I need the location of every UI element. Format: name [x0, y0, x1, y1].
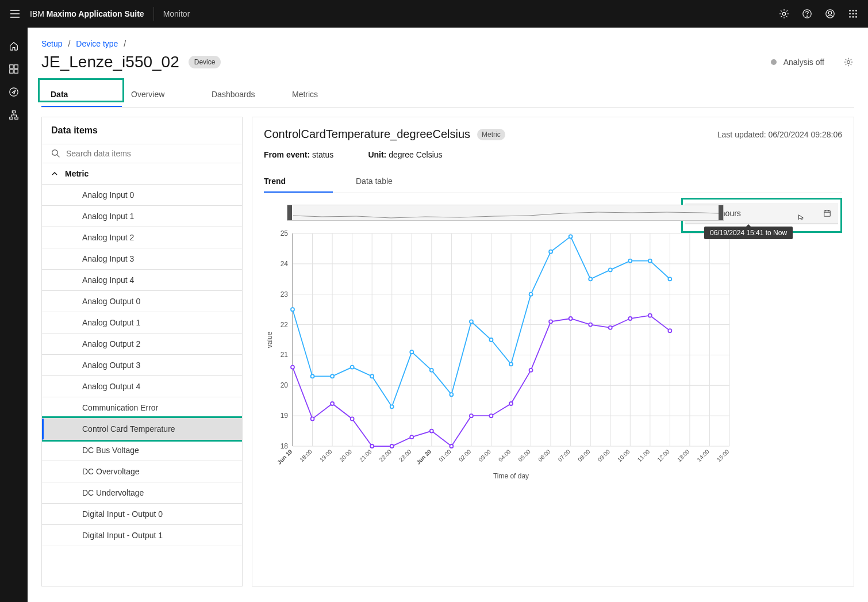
- suite-bold: Maximo Application Suite: [47, 9, 144, 18]
- svg-point-6: [852, 10, 854, 11]
- svg-point-9: [852, 13, 854, 15]
- svg-point-10: [855, 13, 857, 15]
- gear-icon[interactable]: [778, 8, 790, 20]
- help-icon[interactable]: [801, 8, 813, 20]
- svg-point-4: [828, 11, 831, 14]
- svg-point-12: [852, 16, 854, 18]
- apps-grid-icon[interactable]: [847, 8, 859, 20]
- hamburger-menu-icon[interactable]: [9, 8, 21, 20]
- svg-point-0: [782, 12, 785, 15]
- top-header: IBM Maximo Application Suite Monitor: [0, 0, 868, 28]
- suite-name: IBM Maximo Application Suite: [30, 9, 144, 18]
- svg-point-5: [849, 10, 851, 11]
- divider: [153, 7, 154, 21]
- svg-point-2: [806, 16, 807, 17]
- svg-point-7: [855, 10, 857, 11]
- svg-point-8: [849, 13, 851, 15]
- suite-app[interactable]: Monitor: [163, 9, 190, 18]
- suite-prefix: IBM: [30, 9, 47, 18]
- svg-point-13: [855, 16, 857, 18]
- svg-point-11: [849, 16, 851, 18]
- user-icon[interactable]: [824, 8, 836, 20]
